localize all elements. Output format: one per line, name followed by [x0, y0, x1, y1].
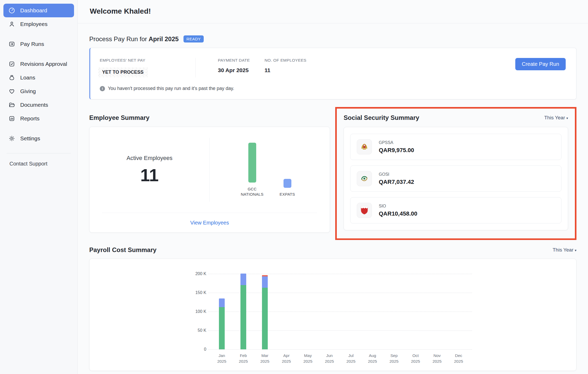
active-employees-count: 11: [140, 165, 159, 185]
sidebar-item-employees[interactable]: Employees: [3, 17, 74, 31]
active-employees-label: Active Employees: [127, 155, 172, 162]
payrun-info-text: You haven't processed this pay run and i…: [108, 86, 234, 91]
sidebar-item-label: Reports: [20, 115, 40, 122]
social-security-row-gpssa: GPSSA QAR9,975.00: [350, 134, 561, 160]
check-square-icon: [8, 61, 15, 67]
stat-net-pay: EMPLOYEES' NET PAY YET TO PROCESS: [100, 58, 196, 77]
bahrain-emblem-icon: [357, 203, 372, 218]
sidebar-item-label: Settings: [20, 135, 40, 142]
y-axis-tick-label: 0: [188, 347, 206, 352]
x-axis-tick-label: Mar2025: [254, 353, 276, 364]
sidebar-item-label: Loans: [20, 74, 35, 81]
sidebar-item-dashboard[interactable]: Dashboard: [3, 4, 74, 17]
payrun-title-period: April 2025: [149, 35, 179, 42]
main-content: Welcome Khaled! Process Pay Run for Apri…: [78, 0, 588, 374]
sidebar: Dashboard Employees Pay Runs Revisions A…: [0, 0, 78, 374]
mini-bar-label: GCCNATIONALS: [241, 186, 264, 197]
x-axis-tick-label: Oct2025: [405, 353, 426, 364]
bar-slot: [405, 274, 426, 349]
payroll-chart-plot: 050 K100 K150 K200 K: [211, 274, 469, 349]
summary-row: Employee Summary Active Employees 11 GCC…: [89, 107, 576, 240]
bar-slot: [340, 274, 362, 349]
contact-support-link[interactable]: Contact Support: [3, 153, 74, 167]
sidebar-item-reports[interactable]: Reports: [3, 112, 74, 125]
heart-icon: [8, 88, 15, 95]
mini-bar: [248, 143, 256, 183]
sidebar-item-documents[interactable]: Documents: [3, 98, 74, 112]
bar-segment: [240, 285, 246, 349]
x-axis-tick-label: Sep2025: [383, 353, 405, 364]
person-icon: [8, 21, 15, 28]
social-security-name: SIO: [379, 204, 417, 209]
payrun-card: EMPLOYEES' NET PAY YET TO PROCESS PAYMEN…: [89, 48, 576, 99]
x-axis-tick-label: Apr2025: [276, 353, 297, 364]
masked-net-pay-value: YET TO PROCESS: [98, 67, 148, 77]
bar-slot: [319, 274, 340, 349]
app-window: Dashboard Employees Pay Runs Revisions A…: [0, 0, 588, 374]
y-axis-tick-label: 100 K: [188, 309, 206, 314]
bar-slot: [383, 274, 405, 349]
payroll-chart: 050 K100 K150 K200 K Jan2025Feb2025Mar20…: [211, 274, 469, 364]
payroll-period-dropdown[interactable]: This Year▾: [553, 247, 576, 253]
sidebar-item-loans[interactable]: Loans: [3, 71, 74, 84]
mini-bar-column: EXPATS: [275, 148, 300, 197]
sidebar-item-label: Pay Runs: [20, 41, 44, 47]
money-bag-icon: [8, 74, 15, 81]
payrun-info-row: i You haven't processed this pay run and…: [100, 86, 566, 91]
mini-bar-column: GCCNATIONALS: [240, 143, 265, 197]
sidebar-item-pay-runs[interactable]: Pay Runs: [3, 37, 74, 51]
y-axis-tick-label: 150 K: [188, 290, 206, 295]
mini-bar-label: EXPATS: [280, 192, 295, 197]
create-pay-run-button[interactable]: Create Pay Run: [515, 58, 566, 70]
mini-bar: [284, 179, 291, 188]
x-axis-tick-label: Feb2025: [233, 353, 254, 364]
payroll-cost-card: 050 K100 K150 K200 K Jan2025Feb2025Mar20…: [89, 259, 576, 371]
employee-summary-section: Employee Summary Active Employees 11 GCC…: [89, 107, 330, 233]
social-security-amount: QAR9,975.00: [379, 147, 414, 154]
social-security-period-dropdown[interactable]: This Year▾: [544, 115, 568, 121]
stat-label: NO. OF EMPLOYEES: [265, 58, 307, 63]
bar-slot: [448, 274, 469, 349]
social-security-name: GOSI: [379, 172, 414, 177]
x-axis-tick-label: Dec2025: [448, 353, 469, 364]
payroll-cost-title: Payroll Cost Summary: [89, 246, 156, 254]
view-employees-link[interactable]: View Employees: [190, 220, 229, 226]
dropdown-label: This Year: [544, 115, 565, 120]
bar-slot: [276, 274, 297, 349]
x-axis-tick-label: Aug2025: [362, 353, 383, 364]
bar-segment: [262, 288, 268, 349]
sidebar-spacer: [3, 125, 74, 132]
bar-segment: [262, 276, 268, 288]
sidebar-item-label: Revisions Approval: [20, 61, 67, 67]
social-security-card: GPSSA QAR9,975.00: [344, 127, 568, 230]
bar-slot: [254, 274, 276, 349]
social-security-title: Social Security Summary: [344, 114, 419, 121]
chevron-down-icon: ▾: [575, 248, 576, 252]
bar-chart-icon: [8, 115, 15, 122]
employee-summary-title: Employee Summary: [89, 114, 330, 121]
x-axis-tick-label: Jan2025: [211, 353, 233, 364]
status-badge: READY: [183, 35, 204, 42]
uae-emblem-icon: [357, 139, 372, 154]
stat-label: EMPLOYEES' NET PAY: [100, 58, 181, 63]
bar-slot: [233, 274, 254, 349]
gauge-icon: [8, 7, 15, 14]
page-title: Welcome Khaled!: [89, 0, 576, 15]
bar-slot: [211, 274, 233, 349]
sidebar-item-giving[interactable]: Giving: [3, 84, 74, 98]
sidebar-item-settings[interactable]: Settings: [3, 132, 74, 145]
folder-icon: [8, 101, 15, 108]
x-axis-tick-label: Nov2025: [426, 353, 448, 364]
social-security-amount: QAR10,458.00: [379, 210, 417, 217]
bar-slot: [362, 274, 383, 349]
gear-icon: [8, 135, 15, 142]
x-axis-tick-label: Jun2025: [319, 353, 340, 364]
sidebar-item-label: Employees: [20, 21, 48, 27]
x-axis-tick-label: Jul2025: [340, 353, 362, 364]
payrun-stats: EMPLOYEES' NET PAY YET TO PROCESS PAYMEN…: [100, 58, 515, 77]
sidebar-item-revisions-approval[interactable]: Revisions Approval: [3, 57, 74, 71]
social-security-name: GPSSA: [379, 140, 414, 145]
stat-value: 30 Apr 2025: [218, 67, 250, 73]
gosi-logo-icon: [357, 171, 372, 186]
dropdown-label: This Year: [553, 247, 573, 253]
